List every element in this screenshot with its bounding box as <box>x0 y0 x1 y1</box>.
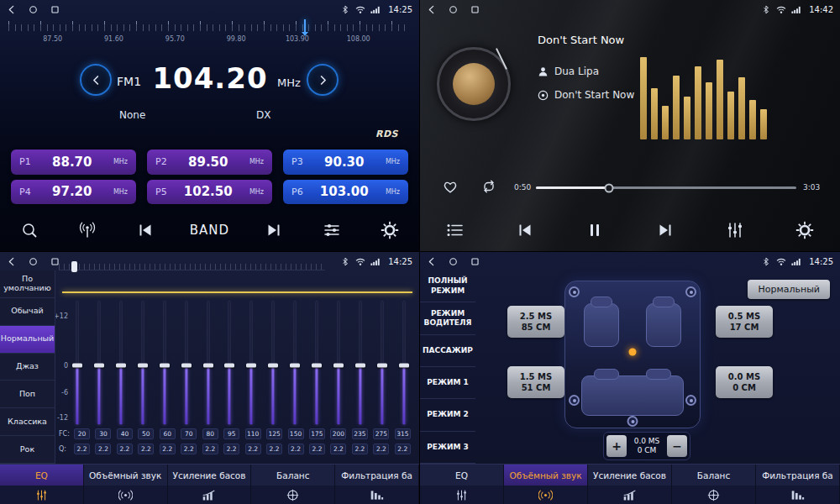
delay-front-right-button[interactable]: 0.5 MS17 CM <box>716 306 773 338</box>
eq-band-slider[interactable] <box>312 301 322 425</box>
eq-band-slider[interactable] <box>399 301 409 425</box>
delay-front-left-button[interactable]: 2.5 MS85 CM <box>507 306 564 338</box>
album-icon <box>538 90 549 101</box>
recents-icon[interactable] <box>470 5 480 14</box>
preset-p3-button[interactable]: P3 90.30 MHz <box>283 150 408 175</box>
mode-item[interactable]: РЕЖИМ ВОДИТЕЛЯ <box>420 302 475 334</box>
tab-bass[interactable]: Усиление басов <box>168 465 252 486</box>
filter-tab-icon[interactable] <box>335 486 419 504</box>
mode-item[interactable]: ПОЛНЫЙ РЕЖИМ <box>420 270 475 302</box>
home-icon[interactable] <box>29 5 38 14</box>
filter-tab-icon[interactable] <box>756 486 840 504</box>
eq-preset-item[interactable]: Обычай <box>0 298 55 326</box>
eq-band-slider[interactable] <box>355 301 365 425</box>
home-icon[interactable] <box>449 5 458 14</box>
tune-up-button[interactable] <box>307 64 339 96</box>
next-track-button[interactable] <box>651 215 680 245</box>
preset-p5-button[interactable]: P5 102.50 MHz <box>147 180 272 205</box>
eq-band-slider[interactable] <box>290 301 300 425</box>
eq-band-slider[interactable] <box>224 301 234 425</box>
tab-filter[interactable]: Фильтрация ба <box>335 465 419 486</box>
gear-icon <box>381 221 399 239</box>
scan-button[interactable] <box>15 215 44 245</box>
previous-station-button[interactable] <box>131 215 160 245</box>
eq-preset-item[interactable]: Поп <box>0 381 55 408</box>
recents-icon[interactable] <box>470 257 480 266</box>
preset-p6-button[interactable]: P6 103.00 MHz <box>283 180 408 205</box>
eq-band-slider[interactable] <box>246 301 256 425</box>
playlist-button[interactable] <box>441 215 470 245</box>
mode-item[interactable]: ПАССАЖИР <box>420 335 475 367</box>
mode-item[interactable]: РЕЖИМ 3 <box>420 432 475 464</box>
back-icon[interactable] <box>7 5 16 14</box>
previous-track-button[interactable] <box>511 215 539 245</box>
frequency-scale[interactable]: 87.5091.6095.7099.80103.90108.00 <box>8 21 411 50</box>
tab-surround[interactable]: Объёмный звук <box>84 465 168 486</box>
tab-eq[interactable]: EQ <box>420 465 504 486</box>
tab-balance[interactable]: Баланс <box>672 465 756 486</box>
settings-button[interactable] <box>375 215 404 245</box>
tuning-options-button[interactable] <box>318 215 346 245</box>
eq-preset-item[interactable]: Классика <box>0 408 55 436</box>
tab-surround[interactable]: Объёмный звук <box>504 465 588 486</box>
band-button[interactable]: BAND <box>190 215 229 245</box>
eq-preset-item[interactable]: Рок <box>0 436 55 464</box>
bass-tab-icon[interactable] <box>168 486 252 504</box>
eq-band-slider[interactable] <box>181 301 192 425</box>
eq-band-slider[interactable] <box>377 301 387 425</box>
eq-band-slider[interactable] <box>160 301 170 425</box>
seek-knob[interactable] <box>604 183 613 192</box>
profile-button[interactable]: Нормальный <box>748 280 830 299</box>
preset-p4-button[interactable]: P4 97.20 MHz <box>11 180 136 205</box>
speaker-rear-left-icon <box>569 395 580 406</box>
eq-tab-icon[interactable] <box>420 486 504 504</box>
speaker-rear-right-icon <box>685 395 696 406</box>
balance-tab-icon[interactable] <box>672 486 756 504</box>
eq-band-slider[interactable] <box>72 301 82 425</box>
eq-preset-item[interactable]: Нормальный <box>0 326 55 354</box>
eq-band-slider[interactable] <box>138 301 148 425</box>
delay-rear-right-button[interactable]: 0.0 MS0 CM <box>716 366 773 398</box>
back-icon[interactable] <box>427 257 436 266</box>
eq-band-slider[interactable] <box>333 301 344 425</box>
eq-band-slider[interactable] <box>116 301 126 425</box>
increase-button[interactable]: + <box>606 435 627 457</box>
tab-balance[interactable]: Баланс <box>251 465 335 486</box>
eq-band-slider[interactable] <box>94 301 104 425</box>
decrease-button[interactable]: − <box>667 435 687 457</box>
tune-down-button[interactable] <box>80 64 112 96</box>
delay-rear-left-button[interactable]: 1.5 MS51 CM <box>507 366 564 398</box>
broadcast-button[interactable] <box>73 215 102 245</box>
tab-filter[interactable]: Фильтрация ба <box>756 465 840 486</box>
repeat-button[interactable] <box>480 178 497 195</box>
listening-position-dot <box>629 348 637 355</box>
mode-item[interactable]: РЕЖИМ 1 <box>420 367 475 399</box>
back-icon[interactable] <box>7 257 16 266</box>
preset-p2-button[interactable]: P2 89.50 MHz <box>147 150 272 175</box>
preset-p1-button[interactable]: P1 88.70 MHz <box>11 150 136 175</box>
surround-tab-icon[interactable] <box>504 486 588 504</box>
mode-item[interactable]: РЕЖИМ 2 <box>420 399 475 431</box>
seek-bar[interactable] <box>536 186 796 189</box>
next-station-button[interactable] <box>260 215 288 245</box>
home-icon[interactable] <box>449 257 458 266</box>
balance-tab-icon[interactable] <box>251 486 335 504</box>
recents-icon[interactable] <box>50 257 60 266</box>
eq-tab-icon[interactable] <box>0 486 84 504</box>
equalizer-button[interactable] <box>721 215 749 245</box>
settings-button[interactable] <box>790 215 819 245</box>
band-value: 275 <box>373 428 389 439</box>
home-icon[interactable] <box>29 257 38 266</box>
eq-band-slider[interactable] <box>203 301 213 425</box>
back-icon[interactable] <box>427 5 436 14</box>
eq-band-slider[interactable] <box>268 301 278 425</box>
pause-button[interactable] <box>580 215 609 245</box>
bass-tab-icon[interactable] <box>588 486 672 504</box>
recents-icon[interactable] <box>50 5 60 14</box>
favorite-button[interactable] <box>442 178 459 195</box>
surround-tab-icon[interactable] <box>84 486 168 504</box>
eq-preset-item[interactable]: Джаз <box>0 354 55 381</box>
eq-preset-item[interactable]: По умолчанию <box>0 270 55 298</box>
tab-bass[interactable]: Усиление басов <box>588 465 672 486</box>
tab-eq[interactable]: EQ <box>0 465 84 486</box>
